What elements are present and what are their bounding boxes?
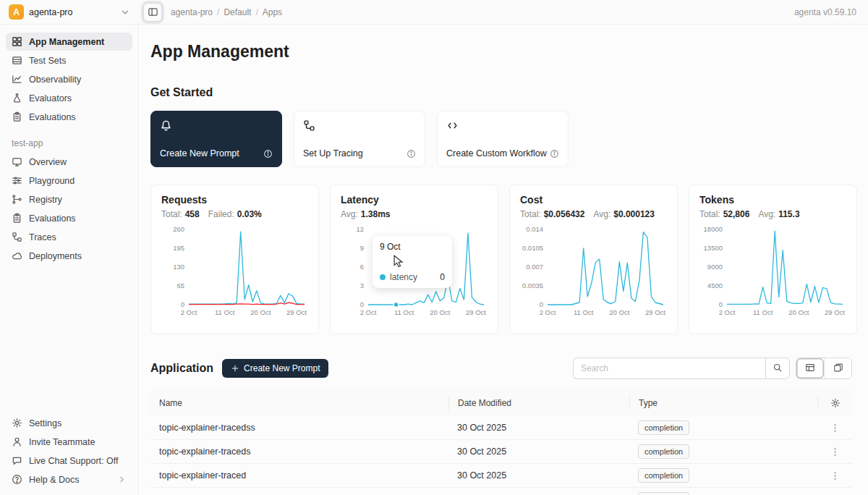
svg-text:0.0035: 0.0035 [522, 282, 543, 289]
type-cell: completion [629, 420, 817, 435]
workspace-name: agenta-pro [29, 7, 72, 17]
app-name-cell: topic-explainer-traceds [150, 447, 448, 457]
breadcrumb-item-agenta-pro[interactable]: agenta-pro [171, 7, 213, 17]
row-menu-button[interactable] [817, 447, 852, 457]
dots-icon [830, 470, 841, 481]
app-name-cell: topic-explainer-traced [150, 470, 448, 481]
sidebar-footer-nav: SettingsInvite TeammateLive Chat Support… [0, 413, 138, 489]
sidebar-item-label: Settings [29, 418, 61, 428]
sidebar-item-invite-teammate[interactable]: Invite Teammate [6, 433, 132, 451]
row-menu-button[interactable] [817, 470, 852, 481]
stat-pair: Total:$0.056432 [520, 209, 584, 219]
gear-icon [12, 418, 22, 428]
sidebar-item-live-chat-support-off[interactable]: Live Chat Support: Off [6, 452, 132, 470]
type-cell: completion [629, 468, 817, 483]
sidebar-item-label: Test Sets [29, 56, 66, 66]
card-view-icon [833, 363, 843, 375]
svg-text:0.0105: 0.0105 [522, 244, 543, 252]
bell-icon [160, 119, 172, 132]
branch-icon [12, 194, 22, 205]
svg-text:65: 65 [176, 282, 184, 289]
stat-pair: Avg:1.38ms [341, 209, 391, 219]
sidebar-item-help-docs[interactable]: Help & Docs [6, 470, 132, 488]
stat-pair: Avg:$0.000123 [593, 209, 655, 219]
main-content: App Management Get Started Create New Pr… [139, 25, 868, 495]
sidebar-collapse-button[interactable] [143, 3, 162, 22]
date-modified-cell: 30 Oct 2025 [448, 447, 629, 457]
page-title: App Management [150, 42, 852, 62]
table-row[interactable]: career-assessment27 Oct 2025completion [150, 488, 852, 495]
table-row[interactable]: topic-explainer-traced30 Oct 2025complet… [150, 464, 852, 488]
type-badge: completion [638, 444, 689, 459]
trace-icon [303, 119, 315, 132]
svg-text:130: 130 [173, 263, 184, 271]
sidebar-item-observability[interactable]: Observability [6, 70, 132, 88]
sidebar-item-evaluations[interactable]: Evaluations [6, 209, 132, 227]
app-section-label: test-app [12, 138, 127, 148]
chart-tooltip: 9 Octlatency0 [373, 236, 452, 288]
card-label: Set Up Tracing [303, 148, 363, 158]
stat-pair: Failed:0.03% [208, 209, 262, 219]
panel-collapse-icon [148, 7, 158, 17]
sidebar: App ManagementTest SetsObservabilityEval… [0, 25, 139, 495]
svg-text:29 Oct: 29 Oct [286, 308, 307, 316]
svg-text:195: 195 [173, 244, 184, 252]
sidebar-item-app-management[interactable]: App Management [6, 33, 132, 51]
application-heading: Application [150, 362, 213, 375]
sidebar-item-label: Playground [29, 176, 75, 186]
svg-text:20 Oct: 20 Oct [788, 308, 809, 316]
svg-text:20 Oct: 20 Oct [430, 308, 450, 316]
breadcrumb-separator: / [217, 7, 219, 17]
svg-text:9: 9 [360, 244, 364, 252]
sidebar-app-nav: OverviewPlaygroundRegistryEvaluationsTra… [0, 152, 138, 266]
breadcrumb-item-apps[interactable]: Apps [263, 7, 282, 17]
series-dot [380, 274, 386, 280]
sidebar-item-label: Evaluations [29, 112, 76, 122]
type-badge: completion [638, 420, 689, 435]
stat-card-title: Requests [161, 194, 308, 206]
sidebar-item-traces[interactable]: Traces [6, 228, 132, 246]
svg-text:13500: 13500 [704, 244, 723, 252]
beaker-icon [12, 93, 22, 103]
chat-icon [12, 455, 22, 466]
search-icon [773, 363, 783, 373]
trace-icon [12, 232, 22, 242]
set-up-tracing-card[interactable]: Set Up Tracing [294, 111, 425, 167]
search-button[interactable] [765, 358, 790, 379]
create-custom-workflow-card[interactable]: Create Custom Workflow [437, 111, 569, 167]
svg-text:2 Oct: 2 Oct [540, 308, 556, 316]
breadcrumb-item-default[interactable]: Default [224, 7, 251, 17]
svg-text:20 Oct: 20 Oct [250, 308, 271, 316]
sidebar-item-overview[interactable]: Overview [6, 153, 132, 171]
sidebar-item-evaluators[interactable]: Evaluators [6, 89, 132, 107]
svg-text:9000: 9000 [707, 263, 723, 271]
card-label: Create Custom Workflow [446, 148, 547, 158]
sidebar-main-nav: App ManagementTest SetsObservabilityEval… [0, 32, 138, 127]
svg-text:0: 0 [719, 300, 723, 308]
column-header-name: Name [150, 396, 448, 410]
search-input[interactable] [573, 358, 765, 379]
workspace-selector[interactable]: A agenta-pro [0, 4, 139, 20]
sidebar-item-playground[interactable]: Playground [6, 172, 132, 190]
sidebar-item-evaluations[interactable]: Evaluations [6, 108, 132, 126]
sidebar-item-label: Traces [29, 232, 56, 242]
row-menu-button[interactable] [817, 423, 852, 433]
svg-text:11 Oct: 11 Oct [574, 308, 594, 316]
sidebar-item-registry[interactable]: Registry [6, 190, 132, 208]
sidebar-item-settings[interactable]: Settings [6, 414, 132, 432]
sidebar-item-test-sets[interactable]: Test Sets [6, 51, 132, 69]
table-settings-button[interactable] [817, 396, 852, 410]
table-row[interactable]: topic-explainer-tracedss30 Oct 2025compl… [150, 416, 852, 440]
card-view-button[interactable] [824, 358, 851, 378]
svg-text:2 Oct: 2 Oct [181, 308, 197, 316]
sidebar-item-label: Overview [29, 157, 67, 167]
table-view-button[interactable] [796, 358, 824, 378]
table-row[interactable]: topic-explainer-traceds30 Oct 2025comple… [150, 440, 852, 464]
list-icon [12, 55, 22, 66]
stat-pair: Avg:115.3 [758, 209, 799, 219]
date-modified-cell: 30 Oct 2025 [448, 423, 629, 433]
create-new-prompt-card[interactable]: Create New Prompt [150, 111, 282, 167]
dots-icon [830, 423, 841, 433]
create-new-prompt-button[interactable]: Create New Prompt [222, 359, 328, 378]
sidebar-item-deployments[interactable]: Deployments [6, 247, 132, 265]
